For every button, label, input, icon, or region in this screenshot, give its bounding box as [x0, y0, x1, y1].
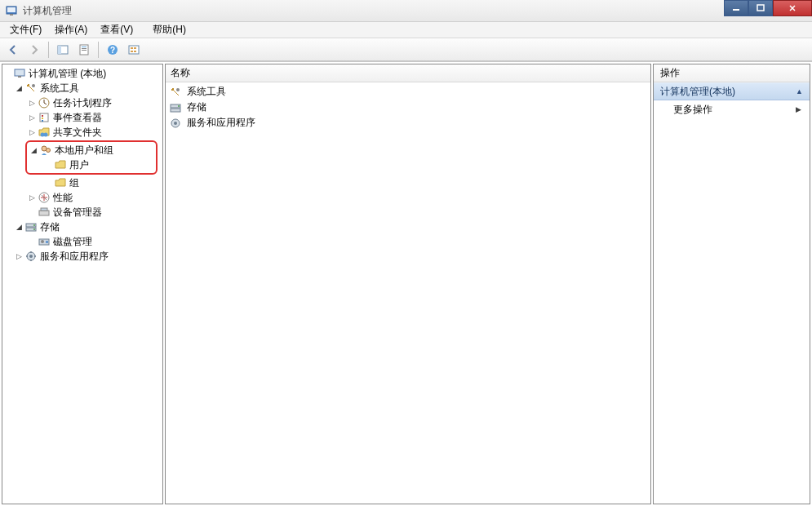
users-groups-icon — [39, 144, 52, 157]
svg-point-45 — [178, 105, 180, 107]
performance-icon — [38, 191, 51, 204]
svg-rect-18 — [15, 69, 24, 76]
tree-label: 设备管理器 — [53, 206, 105, 220]
tree-label: 组 — [69, 176, 82, 190]
list-item-label: 服务和应用程序 — [187, 116, 255, 130]
app-icon — [5, 4, 18, 17]
tree-label: 磁盘管理 — [53, 235, 95, 249]
svg-rect-32 — [41, 208, 47, 211]
highlight-annotation: ◢ 本地用户和组 用户 — [25, 140, 158, 175]
tree-event-viewer[interactable]: ▷ 事件查看器 — [2, 110, 162, 125]
expand-icon[interactable]: ▷ — [14, 251, 24, 261]
device-icon — [38, 206, 51, 219]
expand-icon[interactable]: ▷ — [27, 113, 37, 122]
actions-header: 操作 — [654, 64, 810, 82]
tree-services-apps[interactable]: ▷ 服务和应用程序 — [2, 249, 162, 264]
svg-rect-17 — [134, 51, 136, 52]
list-item[interactable]: 服务和应用程序 — [166, 115, 650, 131]
svg-point-36 — [33, 229, 35, 230]
tree-system-tools[interactable]: ◢ 系统工具 — [2, 81, 162, 95]
tools-icon — [24, 82, 38, 95]
svg-rect-1 — [7, 7, 16, 12]
expand-icon[interactable]: ▷ — [27, 193, 37, 202]
forward-button[interactable] — [24, 41, 44, 59]
properties-button[interactable] — [74, 41, 94, 59]
chevron-up-icon: ▲ — [796, 87, 803, 95]
toolbar-separator — [48, 42, 49, 58]
tools-icon — [169, 86, 182, 99]
tree-performance[interactable]: ▷ 性能 — [2, 190, 162, 205]
tree-storage[interactable]: ◢ 存储 — [2, 220, 162, 234]
list-item-label: 存储 — [187, 100, 206, 114]
tree-root[interactable]: 计算机管理 (本地) — [2, 66, 162, 81]
column-header-label: 名称 — [171, 66, 190, 80]
menu-help[interactable]: 帮助(H) — [146, 21, 193, 38]
tree-local-users-groups[interactable]: ◢ 本地用户和组 — [27, 143, 156, 158]
tree-label: 存储 — [40, 220, 63, 234]
svg-point-41 — [29, 255, 33, 258]
menu-bar: 文件(F) 操作(A) 查看(V) 帮助(H) — [0, 22, 812, 38]
svg-rect-14 — [131, 47, 133, 49]
tree-groups[interactable]: 组 — [2, 175, 162, 190]
tree-users[interactable]: 用户 — [27, 158, 156, 172]
chevron-right-icon: ▶ — [796, 105, 801, 113]
svg-point-27 — [44, 133, 48, 137]
services-icon — [24, 250, 38, 263]
help-button[interactable]: ? — [103, 41, 122, 59]
svg-rect-22 — [40, 113, 48, 122]
menu-action[interactable]: 操作(A) — [48, 21, 94, 38]
svg-point-42 — [176, 88, 180, 91]
tree-label: 任务计划程序 — [53, 96, 115, 110]
export-button[interactable] — [124, 41, 144, 59]
svg-rect-39 — [46, 241, 48, 243]
svg-rect-44 — [171, 109, 180, 112]
tree-shared-folders[interactable]: ▷ 共享文件夹 — [2, 125, 162, 140]
show-hide-tree-button[interactable] — [53, 41, 73, 59]
actions-section-label: 计算机管理(本地) — [660, 85, 735, 99]
close-button[interactable] — [773, 0, 812, 16]
clock-icon — [38, 96, 51, 109]
title-bar: 计算机管理 — [0, 0, 812, 22]
tree-device-manager[interactable]: 设备管理器 — [2, 205, 162, 220]
svg-point-38 — [41, 240, 44, 243]
svg-rect-8 — [82, 47, 87, 47]
toolbar-separator — [98, 42, 99, 58]
expand-icon[interactable]: ▷ — [27, 127, 37, 137]
spacer — [2, 69, 12, 78]
svg-rect-24 — [42, 118, 43, 119]
list-item[interactable]: 系统工具 — [166, 84, 650, 100]
minimize-button[interactable] — [724, 0, 748, 16]
actions-more[interactable]: 更多操作 ▶ — [654, 100, 810, 118]
tree-label: 性能 — [53, 191, 76, 205]
list-header-name[interactable]: 名称 — [166, 64, 650, 82]
tree-panel[interactable]: 计算机管理 (本地) ◢ 系统工具 ▷ 任务计划程序 ▷ 事件查看器 ▷ 共享文… — [2, 64, 163, 504]
tree-label: 系统工具 — [40, 82, 82, 95]
actions-link-label: 更多操作 — [673, 103, 712, 117]
tree-label: 服务和应用程序 — [40, 250, 112, 264]
list-item-label: 系统工具 — [187, 85, 226, 99]
back-button[interactable] — [3, 41, 23, 59]
list-item[interactable]: 存储 — [166, 100, 650, 115]
tree-label: 共享文件夹 — [53, 126, 105, 140]
storage-icon — [169, 101, 182, 114]
svg-rect-15 — [134, 47, 136, 49]
menu-view[interactable]: 查看(V) — [94, 21, 140, 38]
svg-point-47 — [174, 122, 177, 125]
svg-text:?: ? — [110, 46, 115, 55]
collapse-icon[interactable]: ◢ — [29, 145, 38, 155]
collapse-icon[interactable]: ◢ — [14, 222, 24, 232]
maximize-button[interactable] — [748, 0, 773, 16]
menu-file[interactable]: 文件(F) — [3, 21, 48, 38]
window-controls — [724, 0, 812, 16]
storage-icon — [24, 220, 38, 233]
svg-point-35 — [33, 224, 35, 226]
collapse-icon[interactable]: ◢ — [14, 83, 24, 93]
actions-section[interactable]: 计算机管理(本地) ▲ — [654, 82, 810, 100]
tree-disk-management[interactable]: 磁盘管理 — [2, 234, 162, 249]
svg-point-29 — [47, 149, 51, 153]
expand-icon[interactable]: ▷ — [27, 98, 37, 108]
tree-task-scheduler[interactable]: ▷ 任务计划程序 — [2, 95, 162, 110]
svg-rect-13 — [129, 46, 139, 54]
tree-label: 用户 — [69, 158, 92, 172]
disk-icon — [38, 235, 51, 248]
